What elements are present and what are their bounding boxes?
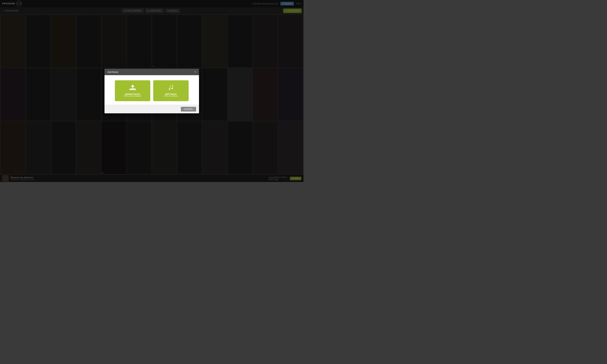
add-music-modal: Add Music × upload music from your compu…	[105, 69, 199, 113]
modal-overlay: Add Music × upload music from your compu…	[0, 0, 304, 182]
svg-rect-0	[129, 89, 136, 89]
modal-body: upload music from your computer add musi…	[105, 75, 199, 105]
upload-label-sub: from your computer	[124, 95, 141, 97]
cancel-button[interactable]: CANCEL	[181, 107, 196, 112]
library-label-sub: from our library	[164, 95, 178, 97]
modal-header: Add Music ×	[105, 69, 199, 75]
modal-footer: CANCEL	[105, 105, 199, 113]
upload-icon	[129, 84, 136, 91]
upload-music-button[interactable]: upload music from your computer	[115, 80, 150, 101]
music-note-icon	[168, 84, 174, 91]
library-music-button[interactable]: add music from our library	[153, 80, 189, 101]
svg-marker-2	[131, 85, 134, 87]
modal-title: Add Music	[107, 71, 119, 73]
modal-close-button[interactable]: ×	[195, 70, 196, 73]
svg-rect-3	[129, 89, 136, 90]
